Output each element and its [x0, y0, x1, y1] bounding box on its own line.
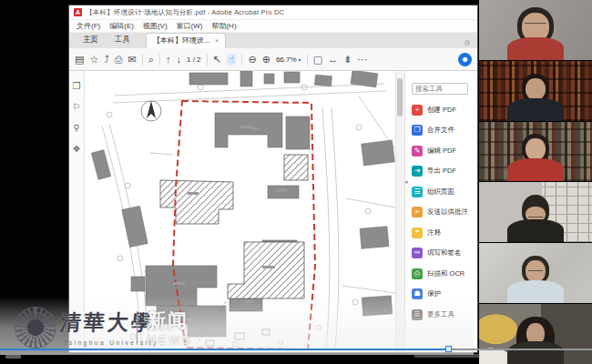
video-participant-2[interactable]	[478, 61, 592, 122]
print-icon[interactable]: ⎙	[115, 55, 123, 65]
window-title: 【本科】环境设计·场地认知与分析.pdf - Adobe Acrobat Pro…	[86, 8, 284, 17]
title-bar: A 【本科】环境设计·场地认知与分析.pdf - Adobe Acrobat P…	[69, 5, 477, 20]
bookmarks-icon[interactable]: ⚐	[73, 103, 81, 112]
toolbar: ▤ ☆ ⤴ ⎙ ✉ ⌕ ↑ ↓ 1 / 2 ↖ ☝ ⊖ ⊕ 66.7% ▾ ▢ …	[69, 48, 477, 71]
video-participant-4[interactable]	[478, 182, 592, 243]
tool-more-tools[interactable]: ⠿ 更多工具	[412, 309, 473, 320]
tool-label: 编辑 PDF	[427, 147, 456, 156]
acrobat-app-icon: A	[74, 8, 82, 16]
hand-tool-icon[interactable]: ☝	[227, 54, 237, 66]
tool-label: 保护	[427, 289, 441, 298]
video-progress-bar[interactable]	[0, 349, 592, 350]
fit-page-icon[interactable]: ▢	[313, 55, 322, 65]
account-button[interactable]: ☻	[458, 53, 472, 66]
participant-silhouette	[507, 7, 564, 60]
tool-export-pdf[interactable]: ⇥ 导出 PDF	[412, 166, 473, 177]
share-icon[interactable]: ⤴	[104, 55, 109, 65]
send-for-comments-icon: ➢	[412, 207, 423, 217]
video-participant-6[interactable]	[478, 304, 592, 364]
more-tools-icon: ⠿	[412, 309, 423, 320]
search-icon[interactable]: ⌕	[148, 55, 154, 65]
chevron-down-icon: ▾	[299, 56, 301, 63]
tsinghua-seal-logo	[15, 307, 56, 349]
zoom-out-icon[interactable]: ⊖	[248, 55, 256, 65]
tool-label: 组织页面	[427, 187, 454, 197]
main-area: ❐ ⚐ ⚲ ❖	[69, 71, 477, 352]
tool-protect[interactable]: ☗ 保护	[412, 288, 473, 299]
document-scrollbar[interactable]	[395, 71, 404, 352]
mail-icon[interactable]: ✉	[128, 55, 137, 65]
next-page-icon[interactable]: ↓	[176, 55, 181, 65]
tool-label: 扫描和 OCR	[427, 269, 464, 278]
participant-silhouette	[507, 195, 564, 242]
video-participant-5[interactable]	[478, 243, 592, 304]
menu-view[interactable]: 视图(V)	[143, 21, 168, 31]
scrollbar-thumb[interactable]	[397, 78, 403, 116]
document-area	[85, 71, 404, 352]
attachments-icon[interactable]: ⚲	[73, 124, 79, 133]
toolbar-separator	[241, 54, 242, 66]
video-participant-3[interactable]	[478, 122, 592, 183]
tool-send-for-comments[interactable]: ➢ 发送以供批注	[412, 207, 473, 217]
tab-document[interactable]: 【本科】环境设... ×	[146, 33, 226, 48]
zoom-in-icon[interactable]: ⊕	[262, 55, 270, 65]
site-plan-map	[89, 71, 395, 352]
scroll-mode-icon[interactable]: ⇟	[343, 55, 352, 65]
footer-text-smudge	[5, 355, 21, 359]
zoom-level-dropdown[interactable]: 66.7% ▾	[276, 56, 301, 64]
page-indicator[interactable]: 1 / 2	[187, 56, 201, 64]
notifications-bell-icon[interactable]: ⍾	[464, 38, 474, 48]
participant-video-strip	[478, 0, 592, 364]
layers-icon[interactable]: ❖	[73, 145, 81, 154]
toolbar-separator	[142, 54, 143, 66]
fit-width-icon[interactable]: ↔	[328, 55, 338, 65]
menu-edit[interactable]: 编辑(E)	[109, 21, 134, 31]
tool-label: 填写和签名	[427, 248, 462, 258]
previous-page-icon[interactable]: ↑	[166, 55, 171, 65]
organize-pages-icon: ☰	[412, 187, 423, 197]
menu-window[interactable]: 窗口(W)	[177, 21, 203, 31]
pdf-page[interactable]	[85, 71, 404, 352]
close-tab-icon[interactable]: ×	[215, 36, 219, 45]
toolbar-separator	[159, 54, 160, 66]
footer-caption-smudge	[414, 354, 480, 358]
create-pdf-icon: +	[412, 105, 423, 116]
tab-strip: 主页 工具 【本科】环境设... × ⍾	[69, 33, 477, 48]
progress-handle[interactable]	[445, 346, 452, 352]
tool-fill-sign[interactable]: ✑ 填写和签名	[412, 248, 473, 258]
toolbar-separator	[207, 54, 208, 66]
menu-help[interactable]: 帮助(H)	[211, 21, 236, 31]
tool-create-pdf[interactable]: + 创建 PDF	[412, 105, 473, 116]
progress-played	[0, 349, 448, 350]
toolbar-separator	[307, 54, 308, 66]
save-icon[interactable]: ▤	[75, 55, 84, 65]
tab-tools[interactable]: 工具	[107, 33, 138, 48]
tool-combine-files[interactable]: ❐ 合并文件	[412, 125, 473, 136]
collapse-panel-icon[interactable]: ◂	[404, 178, 408, 186]
more-options-icon[interactable]: ⋯	[357, 55, 367, 65]
star-icon[interactable]: ☆	[89, 55, 98, 65]
tool-scan-ocr[interactable]: ⎙ 扫描和 OCR	[412, 268, 473, 279]
video-frame: A 【本科】环境设计·场地认知与分析.pdf - Adobe Acrobat P…	[0, 0, 592, 364]
tab-home[interactable]: 主页	[75, 33, 107, 48]
tool-organize-pages[interactable]: ☰ 组织页面	[412, 187, 473, 197]
tool-label: 更多工具	[427, 310, 454, 319]
tool-comment[interactable]: ❝ 注释	[412, 228, 473, 238]
export-pdf-icon: ⇥	[412, 166, 423, 177]
edit-pdf-icon: ✎	[412, 146, 423, 157]
tool-label: 导出 PDF	[427, 167, 456, 176]
tool-label: 创建 PDF	[427, 106, 456, 115]
video-participant-1[interactable]	[478, 0, 592, 61]
participant-silhouette	[507, 134, 564, 181]
tools-search-input[interactable]	[412, 83, 468, 95]
menu-file[interactable]: 文件(F)	[77, 21, 100, 31]
participant-silhouette	[507, 317, 564, 364]
participant-silhouette	[507, 256, 564, 303]
tool-edit-pdf[interactable]: ✎ 编辑 PDF	[412, 146, 473, 157]
comment-icon: ❝	[412, 228, 423, 238]
document-tab-label: 【本科】环境设...	[153, 35, 210, 46]
tools-panel: ◂ + 创建 PDF ❐ 合并文件 ✎ 编辑 PDF ⇥ 导出 PDF ☰ 组织…	[404, 71, 477, 352]
select-tool-icon[interactable]: ↖	[213, 55, 221, 65]
tool-label: 注释	[427, 228, 441, 238]
page-thumbnails-icon[interactable]: ❐	[73, 82, 81, 91]
